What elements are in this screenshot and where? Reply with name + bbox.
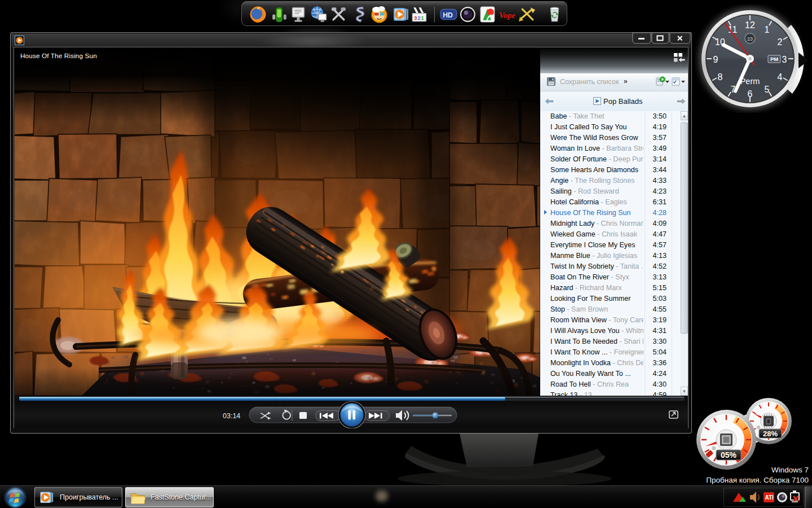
svg-text:3: 3 bbox=[782, 55, 787, 64]
svg-text:6: 6 bbox=[748, 89, 753, 99]
svg-text:28%: 28% bbox=[763, 430, 778, 438]
svg-text:2: 2 bbox=[417, 15, 420, 21]
svg-text:5: 5 bbox=[765, 85, 770, 94]
svg-text:12: 12 bbox=[745, 20, 755, 30]
svg-text:Perm: Perm bbox=[740, 77, 760, 86]
svg-text:9: 9 bbox=[713, 55, 718, 64]
svg-text:23: 23 bbox=[747, 36, 753, 42]
svg-text:05%: 05% bbox=[721, 450, 737, 459]
svg-text:3: 3 bbox=[414, 15, 417, 21]
svg-text:2: 2 bbox=[778, 37, 783, 47]
svg-text:4: 4 bbox=[778, 72, 783, 82]
svg-text:03:14: 03:14 bbox=[223, 412, 240, 420]
svg-text:8: 8 bbox=[718, 72, 723, 82]
svg-text:HD: HD bbox=[443, 11, 453, 19]
svg-text:Vope: Vope bbox=[499, 11, 515, 20]
svg-text:1: 1 bbox=[421, 15, 424, 21]
svg-text:PM: PM bbox=[770, 56, 778, 62]
svg-text:1: 1 bbox=[765, 25, 770, 34]
